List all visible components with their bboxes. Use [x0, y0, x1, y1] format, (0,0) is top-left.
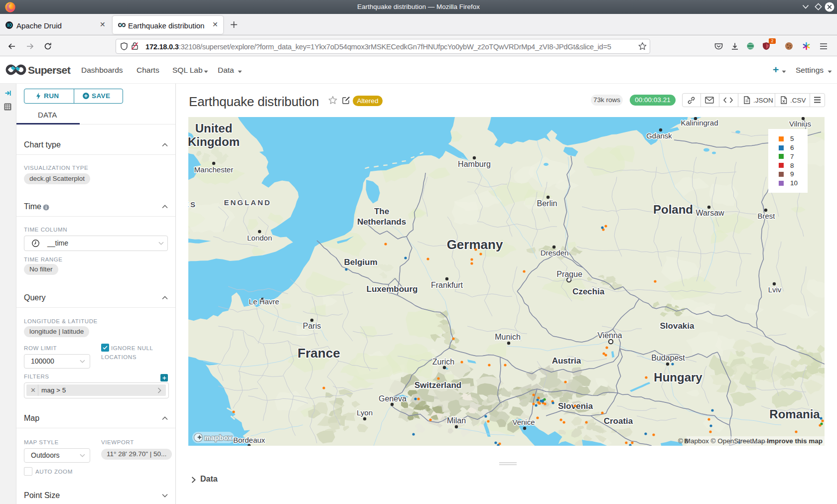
- svg-text:Romania: Romania: [769, 407, 820, 421]
- svg-text:United: United: [195, 122, 233, 135]
- svg-text:Milan: Milan: [447, 416, 466, 425]
- svg-text:Hungary: Hungary: [654, 371, 702, 384]
- svg-text:Belgium: Belgium: [344, 257, 377, 267]
- svg-text:mapbox: mapbox: [204, 434, 232, 442]
- svg-text:London: London: [247, 234, 272, 242]
- svg-text:Brest: Brest: [757, 212, 775, 220]
- svg-text:Zurich: Zurich: [432, 358, 454, 366]
- svg-text:Gdansk: Gdansk: [646, 131, 672, 140]
- svg-text:Manchester: Manchester: [194, 165, 233, 174]
- svg-text:© Mapbox © OpenStreetMap Impro: © Mapbox © OpenStreetMap Improve this ma…: [678, 437, 823, 445]
- svg-text:Poland: Poland: [653, 203, 693, 216]
- svg-text:Croatia: Croatia: [604, 416, 633, 426]
- svg-text:5: 5: [790, 135, 794, 142]
- svg-text:Czechia: Czechia: [572, 287, 605, 296]
- svg-text:9: 9: [790, 170, 794, 178]
- svg-text:Austria: Austria: [552, 356, 581, 366]
- svg-text:Switzerland: Switzerland: [415, 380, 461, 390]
- svg-text:Lyon: Lyon: [357, 408, 373, 417]
- svg-text:Lviv: Lviv: [768, 285, 782, 294]
- svg-text:Slovakia: Slovakia: [660, 321, 695, 331]
- svg-text:Bordeaux: Bordeaux: [233, 436, 266, 444]
- svg-text:Paris: Paris: [303, 322, 321, 330]
- svg-text:Netherlands: Netherlands: [357, 217, 406, 227]
- svg-text:The: The: [374, 207, 389, 216]
- svg-text:7: 7: [790, 153, 794, 160]
- svg-text:Hamburg: Hamburg: [458, 160, 491, 168]
- svg-text:Dresden: Dresden: [541, 249, 569, 257]
- svg-text:ENGLAND: ENGLAND: [224, 198, 271, 207]
- svg-text:Munich: Munich: [495, 333, 521, 341]
- svg-text:Venice: Venice: [512, 418, 535, 426]
- svg-text:B: B: [684, 437, 689, 445]
- svg-text:Budapest: Budapest: [651, 354, 685, 362]
- svg-text:France: France: [297, 346, 340, 361]
- svg-text:Vienna: Vienna: [597, 331, 622, 340]
- svg-text:6: 6: [790, 144, 794, 151]
- svg-text:Kaliningrad: Kaliningrad: [681, 119, 718, 127]
- svg-text:Prague: Prague: [557, 270, 582, 278]
- svg-text:Luxembourg: Luxembourg: [367, 284, 418, 294]
- svg-text:Vilnius: Vilnius: [789, 120, 811, 128]
- svg-text:Le Havre: Le Havre: [249, 297, 279, 306]
- svg-text:Kingdom: Kingdom: [188, 135, 240, 148]
- svg-text:Geneva: Geneva: [379, 394, 407, 403]
- svg-text:10: 10: [790, 179, 798, 187]
- svg-text:Frankfurt: Frankfurt: [431, 281, 463, 289]
- svg-text:Warsaw: Warsaw: [696, 209, 724, 217]
- svg-text:Berlin: Berlin: [537, 199, 558, 208]
- svg-text:8: 8: [790, 162, 794, 169]
- svg-text:ES: ES: [188, 200, 197, 209]
